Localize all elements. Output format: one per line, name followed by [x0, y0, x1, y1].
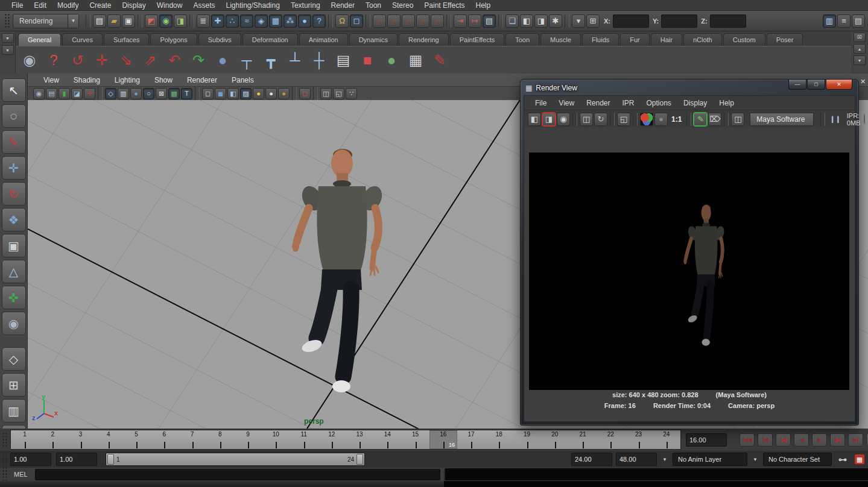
set-key-icon[interactable]: ⊶ [836, 453, 849, 466]
step-back-key-button[interactable]: |◀ [758, 433, 773, 447]
select-hierarchy-icon[interactable]: ◩ [145, 14, 158, 28]
render-view-menu-view[interactable]: View [553, 99, 580, 107]
timeline-frame-21[interactable]: 21 [569, 430, 597, 449]
redo-icon[interactable]: ↷ [188, 49, 209, 71]
range-end-handle[interactable] [356, 454, 363, 465]
attribute-editor-icon[interactable]: ▤ [852, 14, 865, 28]
select-component-icon[interactable]: ◨ [174, 14, 187, 28]
soft-modification-icon[interactable]: △ [2, 260, 26, 283]
menu-item-assets[interactable]: Assets [188, 0, 220, 11]
timeline-frame-20[interactable]: 20 [541, 430, 569, 449]
shelf-tab-subdivs[interactable]: Subdivs [198, 33, 241, 46]
open-render-view-icon[interactable]: ❏ [505, 14, 519, 28]
help-icon[interactable]: ? [43, 49, 65, 71]
dolly-camera-icon[interactable]: ⇘ [115, 49, 137, 71]
region-select-icon[interactable]: ◻ [350, 14, 363, 28]
timeline-frame-17[interactable]: 17 [457, 430, 485, 449]
timeline-frame-18[interactable]: 18 [485, 430, 513, 449]
menu-item-paint-effects[interactable]: Paint Effects [419, 0, 470, 11]
ipr-render-icon[interactable]: ◨ [534, 14, 548, 28]
pane-close-icon[interactable]: ✕ [860, 78, 866, 86]
close-button[interactable]: ✕ [826, 80, 852, 90]
play-backwards-button[interactable]: ◀ [794, 433, 809, 447]
menu-item-stereo[interactable]: Stereo [387, 0, 419, 11]
channel-box-icon[interactable]: ▥ [823, 14, 836, 28]
delete-icon[interactable]: ● [212, 49, 233, 71]
maximize-button[interactable]: □ [807, 80, 825, 90]
move-tool-icon[interactable]: ✛ [2, 156, 26, 180]
2d-pan-zoom-icon[interactable]: ✛ [84, 88, 95, 99]
snap-to-planes-icon[interactable]: ∩ [416, 14, 429, 28]
panel-menu-renderer[interactable]: Renderer [180, 76, 224, 84]
share-view-icon[interactable]: ∵ [346, 88, 357, 99]
snap-to-curves-icon[interactable]: ∩ [387, 14, 401, 28]
time-slider[interactable]: 1234567891011121314151616171819202122232… [10, 430, 681, 450]
show-manipulator-icon[interactable]: ✜ [2, 286, 26, 309]
mask-handles-icon[interactable]: ✚ [211, 14, 224, 28]
timeline-frame-22[interactable]: 22 [597, 430, 624, 449]
input-connections-icon[interactable]: ⇥ [454, 14, 467, 28]
image-plane-icon[interactable]: ◪ [71, 88, 83, 99]
last-tool-camera-icon[interactable]: ◉ [2, 312, 26, 335]
renderer-selector[interactable]: Maya Software [750, 113, 814, 126]
shelf-tab-muscle[interactable]: Muscle [540, 33, 581, 46]
select-object-mode-icon[interactable]: ■ [356, 49, 378, 71]
render-view-menu-file[interactable]: File [529, 99, 553, 107]
symmetry-icon[interactable]: ⊞ [586, 14, 600, 28]
panel-menu-lighting[interactable]: Lighting [107, 76, 147, 84]
shelf-tab-dynamics[interactable]: Dynamics [349, 33, 398, 46]
minimize-button[interactable]: — [788, 80, 806, 90]
scale-tool-icon[interactable]: ❖ [2, 208, 26, 231]
anim-layer-menu-icon[interactable]: ▼ [661, 457, 669, 462]
shelf-tab-rendering[interactable]: Rendering [399, 33, 449, 46]
timeline-frame-11[interactable]: 11 [290, 430, 318, 449]
go-to-start-button[interactable]: |◀◀ [740, 433, 755, 447]
playback-end-field[interactable] [571, 453, 612, 466]
menu-item-help[interactable]: Help [470, 0, 496, 11]
open-scene-icon[interactable]: ▰ [107, 14, 121, 28]
shelf-tab-painteffects[interactable]: PaintEffects [450, 33, 505, 46]
undo-icon[interactable]: ↶ [163, 49, 185, 71]
character-set-menu-icon[interactable]: ▼ [751, 457, 759, 462]
snapshot-icon[interactable]: ◉ [557, 113, 570, 126]
shelf-tab-ncloth[interactable]: nCloth [683, 33, 722, 46]
output-connections-icon[interactable]: ↦ [468, 14, 481, 28]
shelf-tab-custom[interactable]: Custom [723, 33, 765, 46]
rgb-channels-icon[interactable] [640, 113, 653, 126]
default-lighting-icon[interactable]: ◻ [202, 88, 214, 99]
keep-image-icon[interactable]: ◫ [731, 113, 744, 126]
panel-menu-shading[interactable]: Shading [66, 76, 107, 84]
range-grip[interactable] [2, 451, 8, 467]
parent-icon[interactable]: ┬ [236, 49, 258, 71]
smooth-shade-icon[interactable]: ● [130, 88, 142, 99]
timeline-frame-15[interactable]: 15 [402, 430, 429, 449]
isolate-select-icon[interactable]: ◻ [299, 88, 311, 99]
y-coordinate-input[interactable] [661, 14, 697, 28]
menu-item-window[interactable]: Window [151, 0, 188, 11]
render-view-menu-options[interactable]: Options [641, 99, 677, 107]
shelf-scroll-down-icon[interactable]: ▼ [854, 55, 866, 65]
paint-selection-tool-icon[interactable]: ✎ [2, 130, 26, 154]
region-render-icon[interactable]: ◱ [617, 113, 630, 126]
new-scene-icon[interactable]: ▤ [93, 14, 106, 28]
save-scene-icon[interactable]: ▣ [122, 14, 135, 28]
flat-shade-icon[interactable]: ○ [143, 88, 154, 99]
range-start-handle[interactable] [107, 454, 114, 465]
select-object-icon[interactable]: ◉ [159, 14, 173, 28]
select-component-mode-icon[interactable]: ▦ [405, 49, 426, 71]
tumble-camera-icon[interactable]: ↺ [67, 49, 89, 71]
auto-keyframe-icon[interactable]: ▦ [854, 454, 865, 465]
pause-ipr-icon[interactable]: ❙❙ [829, 115, 840, 123]
bounding-box-icon[interactable]: ⊠ [156, 88, 167, 99]
render-view-menu-render[interactable]: Render [580, 99, 616, 107]
universal-manipulator-icon[interactable]: ▣ [2, 234, 26, 257]
shelf-tab-deformation[interactable]: Deformation [242, 33, 298, 46]
timeline-frame-7[interactable]: 7 [179, 430, 206, 449]
zoom-camera-icon[interactable]: ⇗ [139, 49, 161, 71]
timeline-frame-9[interactable]: 9 [234, 430, 262, 449]
timeline-frame-12[interactable]: 12 [318, 430, 346, 449]
mask-misc-icon[interactable]: ? [312, 14, 326, 28]
lock-selection-icon[interactable]: Ω [335, 14, 349, 28]
toolbar-grip[interactable] [4, 13, 11, 29]
ambient-light-icon[interactable]: ● [278, 88, 290, 99]
